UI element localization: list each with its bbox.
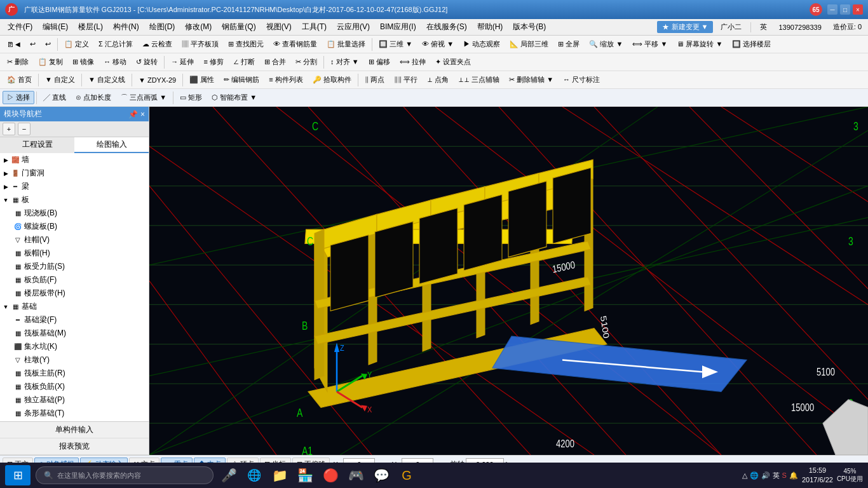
menu-tools[interactable]: 工具(T) <box>297 20 332 34</box>
toolbar-move[interactable]: ↔ 移动 <box>99 55 131 69</box>
tree-item-banmao[interactable]: ▦ 板帽(H) <box>0 247 149 260</box>
toolbar-trim[interactable]: ≡ 修剪 <box>199 55 227 69</box>
toolbar-three-point-axis[interactable]: ⊥⊥ 三点辅轴 <box>454 73 504 86</box>
toolbar-split[interactable]: ✂ 分割 <box>291 55 322 69</box>
tree-item-fabanzuojiX[interactable]: ▦ 筏板负筋(X) <box>0 380 149 393</box>
taskbar-edge[interactable]: 🌐 <box>244 465 264 485</box>
maximize-btn[interactable]: □ <box>840 4 850 15</box>
toolbar-grip[interactable]: ✦ 设置夹点 <box>431 55 475 69</box>
toolbar-batch-select[interactable]: 📋 批量选择 <box>322 37 370 51</box>
menu-version[interactable]: 版本号(B) <box>508 20 551 34</box>
menu-draw[interactable]: 绘图(D) <box>144 20 180 34</box>
taskbar-network[interactable]: 🌐 <box>750 471 759 480</box>
toolbar-top-view[interactable]: 👁 俯视 ▼ <box>417 37 458 51</box>
tree-item-fabanzhujiR[interactable]: ▦ 筏板主筋(R) <box>0 367 149 380</box>
tree-item-tiaoxingjichuT[interactable]: ▦ 条形基础(T) <box>0 407 149 420</box>
tree-item-loujiban[interactable]: ▦ 楼层板带(H) <box>0 287 149 300</box>
toolbar-property[interactable]: ⬛ 属性 <box>185 73 219 86</box>
menu-file[interactable]: 文件(F) <box>3 20 37 34</box>
toolbar-view-rebar[interactable]: 👁 查看钢筋量 <box>269 37 322 51</box>
sidebar-add-btn[interactable]: + <box>3 123 15 135</box>
new-build-button[interactable]: ★ 新建变更 ▼ <box>657 21 713 33</box>
toolbar-redo[interactable]: ↩ <box>41 38 55 50</box>
tab-drawing-input[interactable]: 绘图输入 <box>74 137 149 153</box>
taskbar-search[interactable]: 🔍 在这里输入你要搜索的内容 <box>36 466 214 484</box>
toolbar-screen-rotate[interactable]: 🖥 屏幕旋转 ▼ <box>672 37 727 51</box>
toolbar-sum[interactable]: Σ 汇总计算 <box>94 37 137 51</box>
slab-arrow[interactable]: ▼ <box>1 197 10 203</box>
toolbar-edit-rebar[interactable]: ✏ 编辑钢筋 <box>219 73 264 86</box>
sidebar-remove-btn[interactable]: − <box>18 123 31 135</box>
toolbar-parallel[interactable]: ∥∥ 平行 <box>390 73 422 86</box>
tree-item-wall[interactable]: ▶ 🧱 墙 <box>0 153 149 166</box>
toolbar-del-axis[interactable]: ✂ 删除辅轴 ▼ <box>505 73 558 86</box>
toolbar-zoom[interactable]: 🔍 缩放 ▼ <box>585 37 627 51</box>
tree-item-door[interactable]: ▶ 🚪 门窗洞 <box>0 166 149 180</box>
toolbar-custom-def-dropdown[interactable]: ▼ 自定义 <box>41 73 79 86</box>
menu-cloud[interactable]: 云应用(V) <box>332 20 375 34</box>
taskbar-glodon[interactable]: G <box>397 465 417 485</box>
tree-item-banshouliji[interactable]: ▦ 板受力筋(S) <box>0 260 149 273</box>
toolbar-copy[interactable]: 📋 复制 <box>34 55 67 69</box>
minimize-btn[interactable]: ─ <box>827 4 837 15</box>
menu-rebar[interactable]: 钢筋量(Q) <box>217 20 261 34</box>
toolbar-merge[interactable]: ⊞ 合并 <box>260 55 290 69</box>
toolbar-stretch[interactable]: ⟺ 拉伸 <box>395 55 430 69</box>
tree-item-zhumao[interactable]: ▽ 柱帽(V) <box>0 233 149 247</box>
toolbar-arc[interactable]: ⌒ 三点画弧 ▼ <box>116 91 171 104</box>
sidebar-close-icon[interactable]: × <box>140 110 145 119</box>
foundation-arrow[interactable]: ▼ <box>1 304 10 310</box>
toolbar-point-angle[interactable]: ⊥ 点角 <box>423 73 453 86</box>
tree-item-luoxuanban[interactable]: 🌀 螺旋板(B) <box>0 220 149 233</box>
taskbar-cortana[interactable]: 🎤 <box>219 465 239 485</box>
toolbar-fullscreen[interactable]: ⊞ 全屏 <box>553 37 584 51</box>
taskbar-datetime[interactable]: 15:59 2017/6/22 <box>802 466 833 485</box>
door-arrow[interactable]: ▶ <box>1 170 10 177</box>
toolbar-select-floor[interactable]: 🔲 选择楼层 <box>728 37 775 51</box>
toolbar-cloud-check[interactable]: ☁ 云检查 <box>138 37 177 51</box>
toolbar-extend[interactable]: → 延伸 <box>166 55 198 69</box>
toolbar-dim[interactable]: ↔ 尺寸标注 <box>559 73 604 86</box>
window-controls[interactable]: ─ □ × <box>827 4 863 15</box>
toolbar-mirror[interactable]: ⊞ 镜像 <box>68 55 98 69</box>
toolbar-undo[interactable]: ↩ <box>25 38 40 50</box>
tree-item-dulijichuP[interactable]: ▦ 独立基础(P) <box>0 393 149 407</box>
tree-item-jishuikengK[interactable]: ⬛ 集水坑(K) <box>0 340 149 353</box>
tree-item-xianzhuban[interactable]: ▦ 现浇板(B) <box>0 207 149 220</box>
zao-jia-dou[interactable]: 造价豆: 0 <box>829 21 865 33</box>
tree-item-zhuduiY[interactable]: ▽ 柱墩(Y) <box>0 353 149 367</box>
report-preview-btn[interactable]: 报表预览 <box>0 438 149 455</box>
taskbar-app1[interactable]: 🔴 <box>320 465 341 485</box>
toolbar-line[interactable]: ╱ 直线 <box>39 91 71 104</box>
toolbar-flat-top[interactable]: ▥ 平齐板顶 <box>177 37 223 51</box>
menu-floor[interactable]: 楼层(L) <box>73 20 108 34</box>
menu-help[interactable]: 帮助(H) <box>472 20 508 34</box>
toolbar-home[interactable]: 🏠 首页 <box>3 73 36 86</box>
taskbar-app2[interactable]: 🎮 <box>346 465 366 485</box>
close-btn[interactable]: × <box>853 4 863 15</box>
toolbar-offset[interactable]: ⊞ 偏移 <box>364 55 395 69</box>
taskbar-sogou[interactable]: S <box>782 471 787 479</box>
toolbar-3d[interactable]: 🔲 三维 ▼ <box>374 37 417 51</box>
tree-item-foundation[interactable]: ▼ ▦ 基础 <box>0 300 149 313</box>
toolbar-define[interactable]: 📋 定义 <box>60 37 93 51</box>
tree-item-jichuliang[interactable]: ━ 基础梁(F) <box>0 313 149 327</box>
wall-arrow[interactable]: ▶ <box>1 157 10 163</box>
toolbar-pick-comp[interactable]: 🔑 拾取构件 <box>308 73 356 86</box>
menu-bim[interactable]: BIM应用(I) <box>375 20 421 34</box>
toolbar-component-list[interactable]: ≡ 构件列表 <box>264 73 307 86</box>
toolbar-zdyx-dropdown[interactable]: ▼ ZDYX-29 <box>134 74 180 86</box>
toolbar-break[interactable]: ∠ 打断 <box>229 55 259 69</box>
taskbar-notification[interactable]: 🔔 <box>789 471 798 480</box>
toolbar-point-length[interactable]: ⊙ 点加长度 <box>71 91 116 104</box>
tree-container[interactable]: ▶ 🧱 墙 ▶ 🚪 门窗洞 ▶ ━ 梁 ▼ <box>0 153 149 421</box>
toolbar-delete[interactable]: ✂ 删除 <box>3 55 33 69</box>
toolbar-custom-line-dropdown[interactable]: ▼ 自定义线 <box>84 73 130 86</box>
taskbar-volume[interactable]: 🔊 <box>761 471 770 480</box>
taskbar-explorer[interactable]: 📁 <box>269 465 290 485</box>
sidebar-header-controls[interactable]: 📌 × <box>128 110 145 119</box>
toolbar-two-points[interactable]: ∥ 两点 <box>360 73 389 86</box>
taskbar-store[interactable]: 🏪 <box>295 465 315 485</box>
tree-item-fabanM[interactable]: ▦ 筏板基础(M) <box>0 327 149 340</box>
sidebar-pin-icon[interactable]: 📌 <box>128 110 138 119</box>
